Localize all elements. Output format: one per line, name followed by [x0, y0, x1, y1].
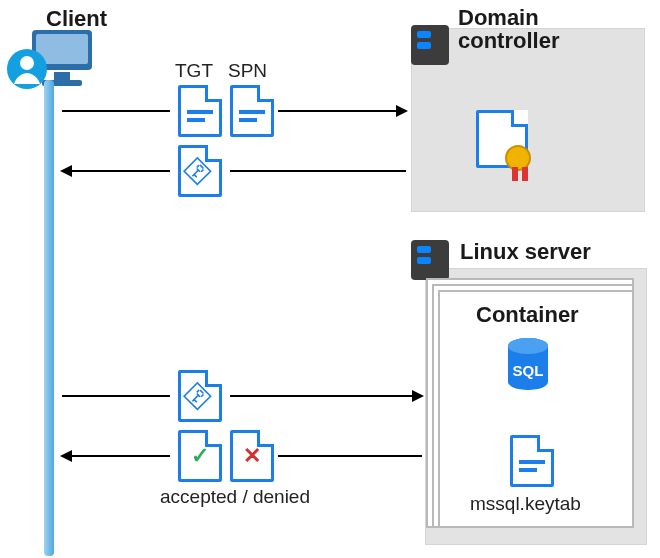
arrow-dc-to-docs [230, 170, 406, 172]
arrow-client-to-docs-2 [62, 395, 170, 397]
accepted-denied-caption: accepted / denied [160, 486, 310, 508]
svg-rect-2 [54, 72, 70, 80]
tgt-caption: TGT [175, 60, 213, 82]
check-document-icon: ✓ [178, 430, 222, 482]
arrow-docs-to-linux [230, 395, 422, 397]
spn-caption: SPN [228, 60, 267, 82]
server-rack-icon [411, 240, 449, 280]
arrow-client-to-docs-1 [62, 110, 170, 112]
spn-document-icon [230, 85, 274, 137]
dc-label-line1: Domain [458, 5, 539, 30]
key-document-icon: ⚿ [178, 370, 222, 422]
svg-point-5 [20, 56, 34, 70]
client-user-icon [6, 48, 48, 90]
sql-database-icon: SQL [504, 336, 552, 396]
arrow-docs-to-dc [278, 110, 406, 112]
svg-text:SQL: SQL [513, 362, 544, 379]
keytab-document-icon [510, 435, 554, 487]
svg-point-7 [508, 338, 548, 354]
arrow-docs-to-client-1 [62, 170, 170, 172]
linux-server-label: Linux server [460, 239, 591, 265]
tgt-document-icon [178, 85, 222, 137]
key-document-icon: ⚿ [178, 145, 222, 197]
client-lifeline [44, 80, 54, 556]
arrow-linux-to-docs [278, 455, 422, 457]
keytab-file-label: mssql.keytab [470, 493, 581, 515]
dc-label-line2: controller [458, 28, 559, 53]
arrow-docs-to-client-2 [62, 455, 170, 457]
server-rack-icon [411, 25, 449, 65]
certificate-icon [476, 110, 528, 168]
container-label: Container [476, 302, 579, 328]
cross-document-icon: ✕ [230, 430, 274, 482]
domain-controller-label: Domain controller [458, 6, 559, 52]
